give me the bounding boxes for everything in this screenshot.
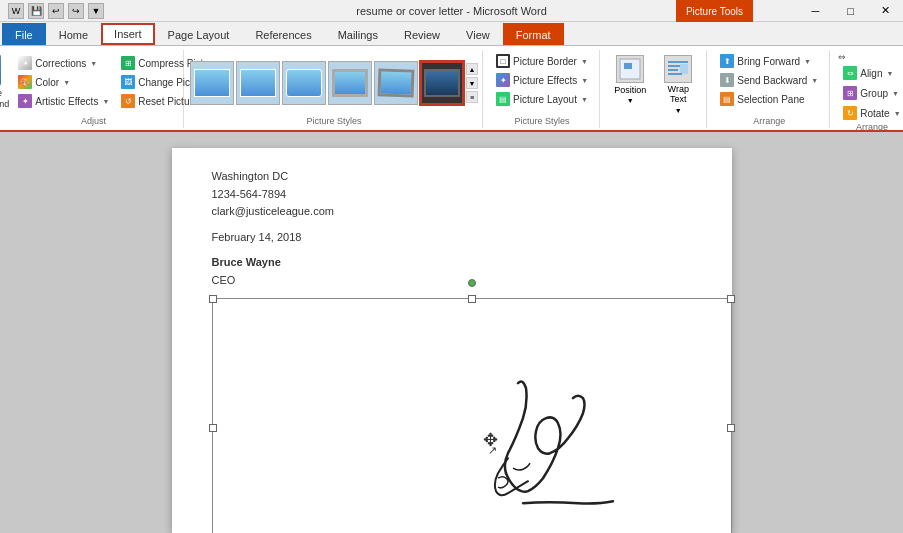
signature-box[interactable]: ✥ ↗ (212, 298, 732, 533)
title-bar: W 💾 ↩ ↪ ▼ resume or cover letter - Micro… (0, 0, 903, 22)
svg-rect-4 (624, 63, 632, 69)
bring-forward-button[interactable]: ⬆ Bring Forward ▼ (715, 52, 823, 70)
group-dropdown: ▼ (892, 90, 899, 97)
handle-top-right[interactable] (727, 295, 735, 303)
send-backward-button[interactable]: ⬇ Send Backward ▼ (715, 71, 823, 89)
group-button[interactable]: ⊞ Group ▼ (838, 84, 903, 102)
picture-layout-button[interactable]: ▤ Picture Layout ▼ (491, 90, 593, 108)
tab-insert[interactable]: Insert (101, 23, 155, 45)
handle-middle-right[interactable] (727, 424, 735, 432)
svg-rect-8 (668, 69, 678, 71)
scroll-up-button[interactable]: ▲ (466, 63, 478, 75)
picture-layout-icon: ▤ (496, 92, 510, 106)
tab-review[interactable]: Review (391, 23, 453, 45)
bring-forward-icon: ⬆ (720, 54, 734, 68)
redo-icon[interactable]: ↪ (68, 3, 84, 19)
group-icon: ⊞ (843, 86, 857, 100)
wrap-text-dropdown-arrow: ▼ (675, 107, 682, 114)
tab-format[interactable]: Format (503, 23, 564, 45)
align-dropdown: ▼ (886, 70, 893, 77)
maximize-button[interactable]: □ (833, 0, 868, 22)
picture-effects-icon: ✦ (496, 73, 510, 87)
svg-rect-7 (680, 64, 688, 74)
minimize-button[interactable]: ─ (798, 0, 833, 22)
undo-icon[interactable]: ↩ (48, 3, 64, 19)
selection-pane-button[interactable]: ▤ Selection Pane (715, 90, 823, 108)
position-icon (616, 55, 644, 83)
tab-references[interactable]: References (242, 23, 324, 45)
signature-image (428, 363, 648, 525)
svg-rect-6 (668, 65, 680, 67)
group-button-row: ⊞ Group ▼ (838, 84, 903, 102)
window-title: resume or cover letter - Microsoft Word (356, 5, 547, 17)
style-thumb-4[interactable] (328, 61, 372, 105)
picture-styles-group: ▲ ▼ ≡ Picture Styles (186, 50, 483, 128)
align-icon: ⇔ (843, 66, 857, 80)
position-button[interactable]: Position ▼ (608, 52, 652, 126)
color-button[interactable]: 🎨 Color ▼ (13, 73, 114, 91)
tab-view[interactable]: View (453, 23, 503, 45)
artistic-effects-button[interactable]: ✦ Artistic Effects ▼ (13, 92, 114, 110)
scroll-arrows: ▲ ▼ ≡ (466, 61, 478, 105)
scroll-more-button[interactable]: ≡ (466, 91, 478, 103)
style-thumb-5[interactable] (374, 61, 418, 105)
title-bar-icons: W 💾 ↩ ↪ ▼ (8, 3, 104, 19)
rotate-button[interactable]: ↻ Rotate ▼ (838, 104, 903, 122)
remove-background-label: RemoveBackground (0, 88, 9, 110)
svg-rect-5 (668, 61, 688, 63)
close-button[interactable]: ✕ (868, 0, 903, 22)
style-thumb-6[interactable] (420, 61, 464, 105)
rotate-handle[interactable] (468, 279, 476, 287)
doc-line7: Bruce Wayne (212, 254, 692, 272)
size-align-buttons: ⇔ Align ▼ (838, 64, 903, 82)
doc-text: Washington DC 1234-564-7894 clark@justic… (212, 168, 692, 290)
rotate-icon: ↻ (843, 106, 857, 120)
style-thumbnails (190, 61, 464, 105)
scroll-down-button[interactable]: ▼ (466, 77, 478, 89)
picture-options-content: □ Picture Border ▼ ✦ Picture Effects ▼ ▤… (491, 52, 593, 116)
tab-home[interactable]: Home (46, 23, 101, 45)
doc-line2: 1234-564-7894 (212, 186, 692, 204)
doc-spacer1 (212, 221, 692, 229)
picture-options-label: Picture Styles (491, 116, 593, 126)
size-group: ⇔ ⇔ Align ▼ ⊞ Group ▼ ↻ Rotate ▼ Arrange (832, 50, 903, 128)
tab-file[interactable]: File (2, 23, 46, 45)
corrections-icon: ☀ (18, 56, 32, 70)
handle-middle-left[interactable] (209, 424, 217, 432)
tab-page-layout[interactable]: Page Layout (155, 23, 243, 45)
arrange-label: Arrange (715, 116, 823, 126)
arrange2-label: Arrange (838, 122, 903, 132)
svg-rect-9 (668, 73, 682, 75)
remove-background-button[interactable]: RemoveBackground (0, 52, 11, 112)
artistic-effects-icon: ✦ (18, 94, 32, 108)
doc-line3: clark@justiceleague.com (212, 203, 692, 221)
handle-top-middle[interactable] (468, 295, 476, 303)
wrap-text-button[interactable]: Wrap Text ▼ (656, 52, 700, 126)
tab-mailings[interactable]: Mailings (325, 23, 391, 45)
wrap-text-icon (664, 55, 692, 83)
window-controls: ─ □ ✕ (798, 0, 903, 22)
save-icon[interactable]: 💾 (28, 3, 44, 19)
size-label: ⇔ (838, 52, 846, 62)
picture-border-button[interactable]: □ Picture Border ▼ (491, 52, 593, 70)
style-thumb-1[interactable] (190, 61, 234, 105)
align-button[interactable]: ⇔ Align ▼ (838, 64, 898, 82)
picture-effects-button[interactable]: ✦ Picture Effects ▼ (491, 71, 593, 89)
remove-background-icon (0, 54, 1, 86)
style-thumb-3[interactable] (282, 61, 326, 105)
adjust-group-label: Adjust (81, 114, 106, 126)
bring-forward-dropdown: ▼ (804, 58, 811, 65)
doc-line5: February 14, 2018 (212, 229, 692, 247)
arrange-group: ⬆ Bring Forward ▼ ⬇ Send Backward ▼ ▤ Se… (709, 50, 830, 128)
style-thumb-2[interactable] (236, 61, 280, 105)
customize-icon[interactable]: ▼ (88, 3, 104, 19)
picture-styles-content: ▲ ▼ ≡ (190, 52, 478, 114)
color-icon: 🎨 (18, 75, 32, 89)
picture-border-dropdown: ▼ (581, 58, 588, 65)
rotate-dropdown: ▼ (894, 110, 901, 117)
picture-border-icon: □ (496, 54, 510, 68)
corrections-button[interactable]: ☀ Corrections ▼ (13, 54, 114, 72)
selection-pane-icon: ▤ (720, 92, 734, 106)
picture-styles-label: Picture Styles (190, 116, 478, 126)
handle-top-left[interactable] (209, 295, 217, 303)
